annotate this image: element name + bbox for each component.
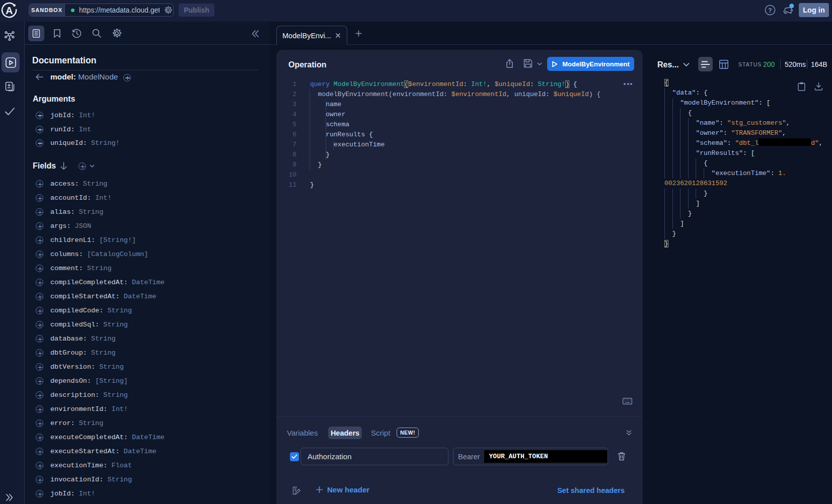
svg-text:A: A [6,5,13,16]
svg-text:?: ? [768,7,772,14]
